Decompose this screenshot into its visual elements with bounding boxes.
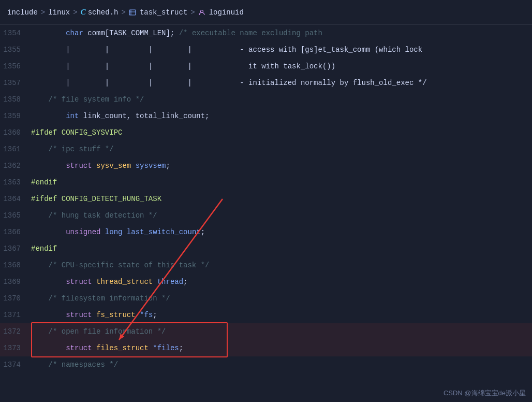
line-number-1368: 1368 [0,257,29,274]
line-content-1374: /* namespaces */ [29,356,532,373]
line-content-1368: /* CPU-specific state of this task */ [29,257,532,274]
line-number-1374: 1374 [0,356,29,373]
line-number-1369: 1369 [0,274,29,290]
line-content-1363: #endif [29,174,532,191]
loginuid-label: loginuid [209,8,244,17]
line-content-1359: int link_count, total_link_count; [29,108,532,124]
line-content-1361: /* ipc stuff */ [29,141,532,157]
line-content-1354: char comm[TASK_COMM_LEN]; /* executable … [29,25,532,41]
code-line-1373: 1373 struct files_struct *files; [0,340,532,356]
line-number-1362: 1362 [0,157,29,174]
line-number-1367: 1367 [0,240,29,257]
watermark: CSDN @海绵宝宝de派小星 [444,389,526,398]
code-line-1359: 1359 int link_count, total_link_count; [0,108,532,124]
line-content-1357: | | | | - initialized normally by flush_… [29,75,532,91]
code-line-1368: 1368 /* CPU-specific state of this task … [0,257,532,274]
code-line-1360: 1360#ifdef CONFIG_SYSVIPC [0,124,532,141]
line-number-1359: 1359 [0,108,29,124]
code-line-1370: 1370 /* filesystem information */ [0,290,532,307]
line-number-1354: 1354 [0,25,29,41]
loginuid-icon [198,9,205,16]
line-number-1364: 1364 [0,191,29,207]
code-line-1354: 1354 char comm[TASK_COMM_LEN]; /* execut… [0,25,532,41]
code-line-1372: 1372 /* open file information */ [0,323,532,340]
code-line-1366: 1366 unsigned long last_switch_count; [0,224,532,240]
line-content-1360: #ifdef CONFIG_SYSVIPC [29,124,532,141]
line-number-1365: 1365 [0,207,29,224]
code-line-1355: 1355 | | | | - access with [gs]et_task_c… [0,41,532,58]
code-line-1374: 1374 /* namespaces */ [0,356,532,373]
code-area: 1354 char comm[TASK_COMM_LEN]; /* execut… [0,25,532,402]
line-number-1361: 1361 [0,141,29,157]
breadcrumb-sep4: > [190,8,195,17]
breadcrumb-sched: sched.h [88,8,119,17]
line-content-1372: /* open file information */ [29,323,532,340]
line-number-1363: 1363 [0,174,29,191]
line-number-1356: 1356 [0,58,29,75]
line-number-1355: 1355 [0,41,29,58]
code-line-1361: 1361 /* ipc stuff */ [0,141,532,157]
line-content-1373: struct files_struct *files; [29,340,532,356]
breadcrumb-include: include [7,8,38,17]
line-content-1370: /* filesystem information */ [29,290,532,307]
svg-rect-0 [129,10,136,15]
breadcrumb-c-file: C sched.h [81,8,119,17]
code-line-1358: 1358 /* file system info */ [0,91,532,108]
c-lang-icon: C [81,8,86,17]
struct-icon [129,9,136,16]
code-line-1365: 1365 /* hung task detection */ [0,207,532,224]
line-content-1364: #ifdef CONFIG_DETECT_HUNG_TASK [29,191,532,207]
line-content-1367: #endif [29,240,532,257]
code-line-1357: 1357 | | | | - initialized normally by f… [0,75,532,91]
line-content-1366: unsigned long last_switch_count; [29,224,532,240]
line-number-1360: 1360 [0,124,29,141]
line-number-1371: 1371 [0,307,29,323]
code-line-1371: 1371 struct fs_struct *fs; [0,307,532,323]
line-content-1355: | | | | - access with [gs]et_task_comm (… [29,41,532,58]
line-number-1357: 1357 [0,75,29,91]
line-content-1369: struct thread_struct thread; [29,274,532,290]
code-line-1356: 1356 | | | | it with task_lock()) [0,58,532,75]
line-number-1366: 1366 [0,224,29,240]
line-number-1370: 1370 [0,290,29,307]
line-content-1356: | | | | it with task_lock()) [29,58,532,75]
code-line-1363: 1363#endif [0,174,532,191]
breadcrumb-sep1: > [41,8,45,17]
breadcrumb-linux: linux [48,8,70,17]
line-number-1373: 1373 [0,340,29,356]
breadcrumb: include > linux > C sched.h > task_struc… [0,0,532,25]
breadcrumb-task-struct: task_struct [129,8,187,17]
breadcrumb-loginuid: loginuid [198,8,244,17]
line-number-1358: 1358 [0,91,29,108]
code-line-1362: 1362 struct sysv_sem sysvsem; [0,157,532,174]
line-number-1372: 1372 [0,323,29,340]
breadcrumb-sep2: > [73,8,77,17]
breadcrumb-sep3: > [121,8,125,17]
line-content-1371: struct fs_struct *fs; [29,307,532,323]
code-line-1367: 1367#endif [0,240,532,257]
line-content-1362: struct sysv_sem sysvsem; [29,157,532,174]
code-line-1369: 1369 struct thread_struct thread; [0,274,532,290]
line-content-1365: /* hung task detection */ [29,207,532,224]
line-content-1358: /* file system info */ [29,91,532,108]
task-struct-label: task_struct [140,8,187,17]
code-line-1364: 1364#ifdef CONFIG_DETECT_HUNG_TASK [0,191,532,207]
